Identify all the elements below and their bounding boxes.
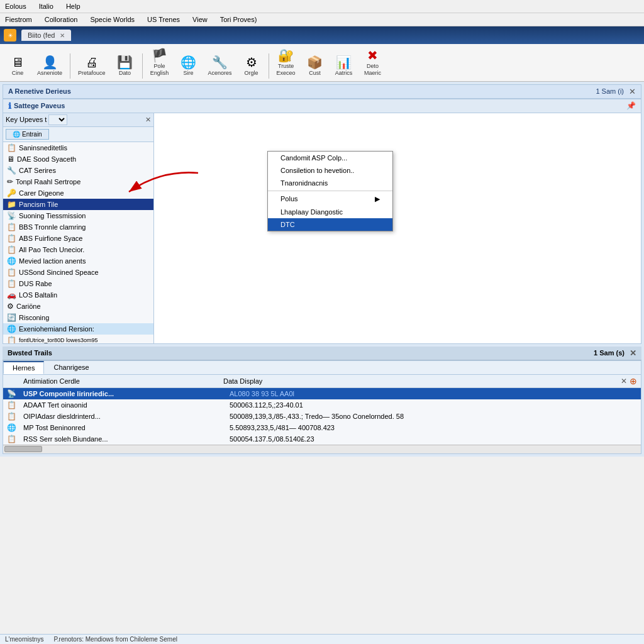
ctx-item-candomit[interactable]: Candomit ASP Colp... xyxy=(268,152,392,164)
menu-fiestrom[interactable]: Fiestrom xyxy=(3,14,35,25)
list-item[interactable]: 🔧CAT Serires xyxy=(3,165,153,176)
ctx-item-tnaronid[interactable]: Tnaronidnacnis xyxy=(268,177,392,189)
toolbar-truste-button[interactable]: 🔐 TrusteExeceo xyxy=(272,47,300,79)
row1-label: USP Componile lirinriedic... xyxy=(23,390,227,397)
pretafouce-icon: 🖨 xyxy=(86,55,98,69)
menu-italio[interactable]: Italio xyxy=(36,1,56,11)
bottom-panel-area: Hernes Chanrigese Antimiation Cerdle Dat… xyxy=(3,360,641,454)
toolbar-sire-button[interactable]: 🌐 Sire xyxy=(175,53,203,79)
entrain-button[interactable]: 🌐 Entrain xyxy=(6,129,49,140)
right-panel: Candomit ASP Colp... Consiletion to heve… xyxy=(154,113,641,343)
panel-info-icon: ℹ xyxy=(8,101,11,111)
list-item[interactable]: ✏Tonpl Raahl Sertrope xyxy=(3,176,153,187)
list-item[interactable]: 📋Saninsneditetlis xyxy=(3,142,153,153)
horizontal-scrollbar[interactable] xyxy=(3,445,641,453)
list-item-selected[interactable]: 📁Pancism Tile xyxy=(3,199,153,210)
table-row[interactable]: 📋 RSS Serr soleh Biundane... 500054.137.… xyxy=(3,433,641,445)
list-item[interactable]: 📡Suoning Tiessmission xyxy=(3,210,153,221)
ctx-item-polus[interactable]: Polus ▶ xyxy=(268,192,392,206)
item-icon: 🚗 xyxy=(7,291,16,299)
menu-help[interactable]: Help xyxy=(64,1,83,11)
table-row[interactable]: 🌐 MP Tost Beninonred 5.50893,233,5,/481—… xyxy=(3,422,641,433)
ctx-item-dtc[interactable]: DTC xyxy=(268,218,392,231)
pretafouce-label: Pretafouce xyxy=(78,70,106,77)
menu-view[interactable]: View xyxy=(190,14,210,25)
aatrics-icon: 📊 xyxy=(336,55,352,69)
deto-label: DetoMaeric xyxy=(364,63,381,77)
list-num-select[interactable]: 12 xyxy=(48,114,67,125)
list-item[interactable]: 📋fontlUtrice_tor80D lowes3om95 xyxy=(3,335,153,343)
list-toolbar: Key Upeves t 12 ✕ xyxy=(3,113,153,127)
top-section-title: A Renetive Derieus xyxy=(8,87,71,95)
toolbar-pole-button[interactable]: 🏴 PoleEnglish xyxy=(146,47,174,79)
status-left: L'meornistnys xyxy=(5,636,43,643)
list-item[interactable]: ⚙Cariöne xyxy=(3,301,153,312)
row5-label: RSS Serr soleh Biundane... xyxy=(23,435,227,443)
top-section-close-button[interactable]: ✕ xyxy=(629,87,636,96)
pin-icon[interactable]: 📌 xyxy=(626,101,636,110)
globe-icon: 🌐 xyxy=(13,131,20,138)
list-item[interactable]: 🔑Carer Digeone xyxy=(3,187,153,199)
title-tab[interactable]: Biito (fed ✕ xyxy=(21,30,71,41)
ctx-item-consiletion[interactable]: Consiletion to hevetion.. xyxy=(268,164,392,177)
table-row-selected[interactable]: 📡 USP Componile lirinriedic... AL080 38 … xyxy=(3,388,641,399)
list-item[interactable]: 🌐Mevied laction anents xyxy=(3,255,153,267)
list-item[interactable]: 📋All Pao Tech Unecior. xyxy=(3,244,153,255)
toolbar-cust-button[interactable]: 📦 Cust xyxy=(301,53,329,79)
list-item[interactable]: 📋BBS Tronnle clamring xyxy=(3,221,153,233)
orgle-icon: ⚙ xyxy=(246,55,257,69)
cine-label: Cine xyxy=(12,70,24,77)
list-item[interactable]: 🖥DAE Sood Syaceth xyxy=(3,153,153,165)
list-item[interactable]: 📋DUS Rabe xyxy=(3,278,153,289)
sire-icon: 🌐 xyxy=(180,55,196,69)
item-icon: 🔧 xyxy=(7,166,16,175)
ctx-item-lhaplaay[interactable]: Lhaplaay Diangostic xyxy=(268,206,392,218)
col-data-display: Data Display xyxy=(223,377,618,385)
table-row[interactable]: 📋 ADAAT Tert oinaonid 500063.112,5,;23-4… xyxy=(3,399,641,411)
row2-label: ADAAT Tert oinaonid xyxy=(23,401,227,409)
acenores-label: Acenores xyxy=(208,70,232,77)
item-icon: 📡 xyxy=(7,211,16,220)
table-action-icon[interactable]: ⊕ xyxy=(630,376,637,386)
left-panel-list[interactable]: 📋Saninsneditetlis 🖥DAE Sood Syaceth 🔧CAT… xyxy=(3,142,153,343)
item-icon: 📋 xyxy=(7,234,16,243)
scroll-thumb[interactable] xyxy=(4,446,42,452)
item-icon: 📋 xyxy=(7,143,16,152)
left-panel: Key Upeves t 12 ✕ 🌐 Entrain xyxy=(3,113,154,343)
toolbar-asneniote-button[interactable]: 👤 Asneniote xyxy=(33,53,67,79)
list-key-label: Key Upeves t xyxy=(6,116,47,123)
item-icon: 🖥 xyxy=(7,155,14,164)
row2-data: 500063.112,5,;23-40.01 xyxy=(230,401,637,409)
menu-bar: Eolous Italio Help xyxy=(0,0,644,13)
menu-tori-proves[interactable]: Tori Proves) xyxy=(218,14,260,25)
toolbar-cine-button[interactable]: 🖥 Cine xyxy=(4,53,31,79)
tab-hernes[interactable]: Hernes xyxy=(3,361,44,374)
menu-us-trenes[interactable]: US Trenes xyxy=(145,14,182,25)
toolbar-aatrics-button[interactable]: 📊 Aatrics xyxy=(330,53,358,79)
toolbar-orgle-button[interactable]: ⚙ Orgle xyxy=(238,53,265,79)
list-item[interactable]: 📋USSond Sincined Speace xyxy=(3,267,153,278)
toolbar-acenores-button[interactable]: 🔧 Acenores xyxy=(204,53,236,79)
item-icon: ✏ xyxy=(7,177,13,186)
orgle-label: Orgle xyxy=(245,70,258,77)
list-item-highlight[interactable]: 🌐Exeniohemiand Rersion: xyxy=(3,323,153,335)
bottom-section-close-button[interactable]: ✕ xyxy=(630,348,636,358)
aatrics-label: Aatrics xyxy=(335,70,353,77)
list-close-button[interactable]: ✕ xyxy=(145,116,151,124)
table-row[interactable]: 📋 OIPIAdasr diesldrinterd... 500089,139,… xyxy=(3,411,641,422)
list-item[interactable]: 🚗LOS Baltalin xyxy=(3,289,153,301)
table-close-button[interactable]: ✕ xyxy=(621,377,627,386)
context-menu: Candomit ASP Colp... Consiletion to heve… xyxy=(267,151,393,231)
tab-close-button[interactable]: ✕ xyxy=(60,32,65,39)
row3-label: OIPIAdasr diesldrinterd... xyxy=(23,413,227,420)
tab-chanrigese[interactable]: Chanrigese xyxy=(44,361,98,374)
list-item[interactable]: 📋ABS Fuirfione Syace xyxy=(3,233,153,244)
menu-specie-worlds[interactable]: Specie Worlds xyxy=(87,14,137,25)
toolbar-pretafouce-button[interactable]: 🖨 Pretafouce xyxy=(74,53,110,79)
truste-label: TrusteExeceo xyxy=(277,63,296,77)
list-item[interactable]: 🔄Risconing xyxy=(3,312,153,323)
menu-colloration[interactable]: Colloration xyxy=(42,14,80,25)
toolbar-deto-button[interactable]: ✖ DetoMaeric xyxy=(359,47,387,79)
toolbar-dato-button[interactable]: 💾 Dato xyxy=(111,53,139,79)
menu-eolous[interactable]: Eolous xyxy=(3,1,29,11)
